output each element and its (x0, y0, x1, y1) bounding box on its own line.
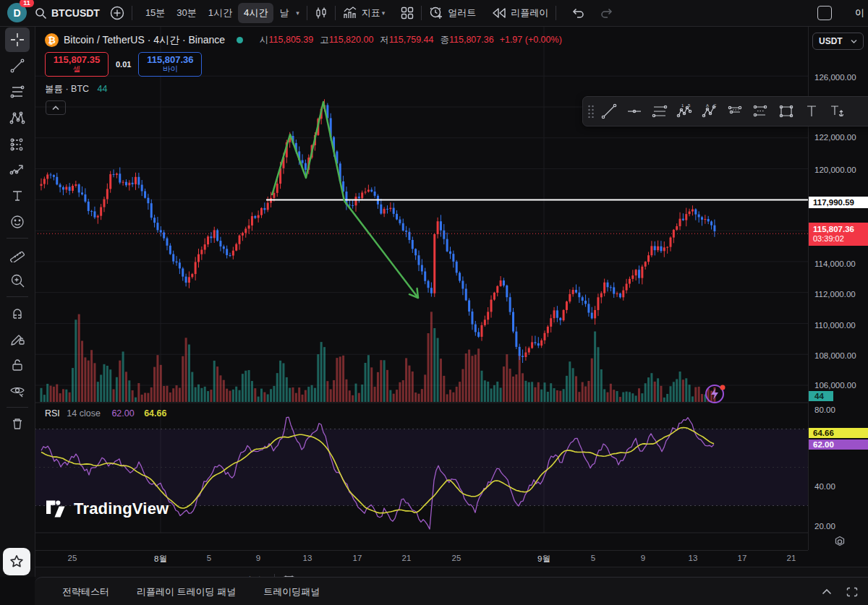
ohlc-label: 저 (380, 35, 389, 45)
projection-tool-icon[interactable] (5, 132, 30, 156)
crosshair-tool-icon[interactable] (5, 27, 30, 52)
chart-pane[interactable]: ₿ Bitcoin / TetherUS · 4시간 · Binance 시11… (35, 26, 808, 549)
parallel-channel-icon[interactable] (723, 100, 748, 123)
time-axis-label: 9 (256, 554, 260, 562)
redo-icon[interactable] (600, 7, 614, 19)
undo-icon[interactable] (571, 7, 585, 19)
chart-style-candles-icon[interactable] (315, 7, 328, 20)
time-axis-label: 9 (641, 554, 645, 562)
xabcd-pattern-tool-icon[interactable] (5, 106, 30, 130)
lock-all-tool-icon[interactable] (5, 353, 30, 377)
layout-name[interactable]: 이 (855, 7, 868, 20)
indicators-button[interactable]: 지표 (362, 7, 380, 20)
drawing-mode-tool-icon[interactable] (5, 327, 30, 351)
symbol-title[interactable]: Bitcoin / TetherUS · 4시간 · Binance (64, 34, 225, 47)
zoom-in-tool-icon[interactable] (5, 268, 30, 293)
volume-indicator-row[interactable]: 볼륨 · BTC 44 (45, 83, 108, 95)
favorites-star-button[interactable] (3, 548, 30, 575)
ohlc-label: 종 (440, 35, 449, 45)
alert-icon[interactable] (429, 6, 443, 20)
rsi-ma-label: 62.00 (809, 439, 868, 450)
notification-badge: 11 (20, 0, 34, 7)
buy-button[interactable]: 115,807.36 바이 (138, 52, 202, 77)
emoji-tool-icon[interactable] (5, 210, 30, 234)
price-axis-label: 112,000.00 (814, 290, 856, 299)
rsi-indicator-row[interactable]: RSI 14 close 62.00 64.66 (45, 408, 166, 419)
rectangle-icon[interactable] (773, 100, 799, 123)
trend-line-tool-icon[interactable] (5, 53, 30, 78)
bitcoin-logo-icon: ₿ (45, 33, 59, 47)
price-change: +1.97 (+0.00%) (500, 35, 562, 45)
bottom-panel-bar: 전략테스터리플레이 트레이딩 패널트레이딩패널 (35, 577, 868, 605)
interval-button-30분[interactable]: 30분 (171, 3, 202, 23)
time-axis-label: 5 (591, 554, 595, 562)
price-axis-label: 122,000.00 (814, 133, 856, 142)
trade-buttons-row: 115,807.35 셀 0.01 115,807.36 바이 (45, 52, 202, 77)
interval-chevron-down-icon[interactable]: ▾ (296, 9, 299, 17)
drag-handle-icon[interactable] (586, 100, 596, 123)
panel-tab[interactable]: 리플레이 트레이딩 패널 (137, 585, 236, 598)
alert-button[interactable]: 얼러트 (448, 7, 476, 20)
flat-channel-icon[interactable] (748, 100, 773, 123)
horizontal-line-icon[interactable] (621, 100, 647, 123)
ohlc-value: 115,820.00 (329, 35, 374, 45)
text-icon[interactable] (799, 100, 824, 123)
elliott-impulse-icon[interactable]: 15 (672, 100, 697, 123)
interval-button-15분[interactable]: 15분 (140, 3, 171, 23)
text-tool-icon[interactable] (5, 184, 30, 208)
layout-grid-icon[interactable] (401, 7, 414, 20)
ohlc-label: 고 (320, 35, 329, 45)
drawn-line-price-label: 117,990.59 (809, 197, 868, 208)
indicators-chevron-down-icon[interactable]: ▾ (382, 9, 386, 17)
interval-group: 15분30분1시간4시간날 (140, 3, 294, 23)
collapse-chevron-button[interactable] (46, 100, 66, 115)
search-icon[interactable] (35, 7, 47, 20)
indicators-icon[interactable] (343, 7, 357, 20)
sell-button[interactable]: 115,807.35 셀 (45, 52, 109, 77)
compare-add-icon[interactable] (110, 6, 124, 20)
spread-value: 0.01 (116, 60, 131, 69)
time-axis-label: 21 (402, 554, 412, 562)
ohlc-value: 115,805.39 (269, 35, 314, 45)
interval-button-날[interactable]: 날 (273, 3, 294, 23)
bar-countdown: 03:39:02 (813, 234, 864, 244)
spark-quick-trade-button[interactable] (703, 382, 726, 405)
panel-fullscreen-icon[interactable] (846, 587, 858, 597)
remove-drawings-tool-icon[interactable] (5, 411, 30, 436)
interval-button-4시간[interactable]: 4시간 (238, 3, 273, 23)
elliott-correction-icon[interactable]: AC (697, 100, 723, 123)
volume-axis-label: 44 (809, 391, 833, 401)
trend-line-icon[interactable] (596, 100, 621, 123)
divider (556, 6, 556, 20)
anchored-text-icon[interactable] (824, 100, 849, 123)
replay-button[interactable]: 리플레이 (511, 7, 548, 20)
time-axis-label: 21 (787, 554, 796, 562)
time-axis[interactable]: 258월59131721259월59131721 (35, 550, 808, 567)
axis-settings-gear-icon[interactable] (833, 536, 846, 549)
ohlc-value: 115,759.44 (389, 35, 434, 45)
panel-expand-chevron-icon[interactable] (822, 588, 832, 595)
save-layout-icon[interactable] (817, 6, 832, 20)
buy-label: 바이 (163, 65, 178, 74)
top-toolbar: D 11 BTCUSDT 15분30분1시간4시간날 ▾ 지표 ▾ (0, 0, 868, 27)
fib-retracement-icon[interactable] (647, 100, 672, 123)
interval-button-1시간[interactable]: 1시간 (203, 3, 238, 23)
replay-icon[interactable] (492, 7, 506, 19)
currency-value: USDT (819, 36, 843, 46)
fib-retracement-tool-icon[interactable] (5, 80, 30, 104)
panel-tab[interactable]: 전략테스터 (62, 585, 109, 598)
divider (7, 238, 28, 239)
symbol-search-button[interactable]: BTCUSDT (51, 7, 100, 19)
market-status-icon[interactable] (237, 37, 243, 43)
measure-tool-icon[interactable] (5, 242, 30, 267)
drawing-tools-sidebar (0, 26, 35, 577)
panel-tab[interactable]: 트레이딩패널 (263, 585, 320, 598)
time-axis-label: 17 (738, 554, 747, 562)
arrow-marker-tool-icon[interactable] (5, 158, 30, 182)
hide-drawings-tool-icon[interactable] (5, 379, 30, 403)
currency-dropdown[interactable]: USDT (812, 33, 864, 50)
rsi-params: 14 close (67, 408, 101, 419)
divider (421, 6, 422, 20)
magnet-tool-icon[interactable] (5, 301, 30, 325)
floating-drawing-toolbar[interactable]: 15AC (582, 96, 868, 126)
